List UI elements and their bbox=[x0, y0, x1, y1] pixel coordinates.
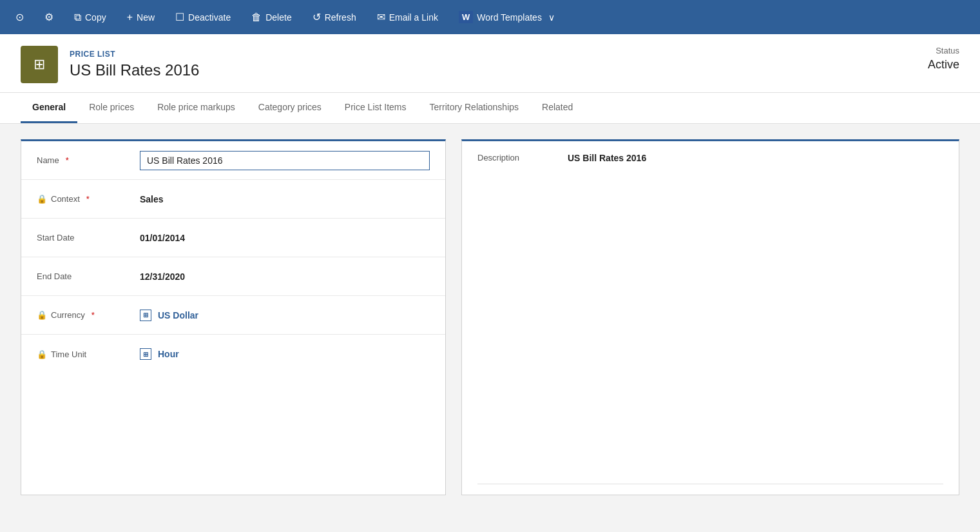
avatar: ⊞ bbox=[21, 46, 58, 83]
deactivate-label: Deactivate bbox=[188, 12, 231, 23]
tab-category-prices[interactable]: Category prices bbox=[247, 93, 333, 123]
context-row: 🔒 Context * Sales bbox=[21, 180, 445, 219]
copy-icon: ⧉ bbox=[74, 12, 81, 23]
description-value: US Bill Rates 2016 bbox=[568, 153, 943, 472]
time-unit-lock-icon: 🔒 bbox=[37, 350, 47, 359]
currency-value[interactable]: ⊞ US Dollar bbox=[140, 310, 430, 321]
tabs-bar: General Role prices Role price markups C… bbox=[0, 93, 980, 124]
tab-price-list-items[interactable]: Price List Items bbox=[333, 93, 418, 123]
status-label: Status bbox=[928, 46, 959, 55]
time-unit-field-label: 🔒 Time Unit bbox=[37, 350, 140, 359]
word-templates-button[interactable]: W Word Templates ∨ bbox=[448, 0, 565, 34]
copy-label: Copy bbox=[85, 12, 106, 23]
refresh-icon: ↺ bbox=[312, 11, 321, 23]
context-required: * bbox=[86, 194, 90, 204]
deactivate-button[interactable]: ☐ Deactivate bbox=[165, 0, 241, 34]
name-required: * bbox=[66, 155, 69, 165]
new-icon: + bbox=[127, 12, 133, 23]
currency-field-icon: ⊞ bbox=[140, 310, 151, 321]
word-templates-label: Word Templates bbox=[477, 12, 542, 23]
description-divider bbox=[477, 484, 943, 484]
toolbar: ⊙ ⚙ ⧉ Copy + New ☐ Deactivate 🗑 Delete ↺… bbox=[0, 0, 980, 34]
context-field-label: 🔒 Context * bbox=[37, 194, 140, 204]
currency-row: 🔒 Currency * ⊞ US Dollar bbox=[21, 296, 445, 335]
header-right: Status Active bbox=[928, 46, 959, 72]
tab-role-price-markups[interactable]: Role price markups bbox=[146, 93, 247, 123]
new-label: New bbox=[137, 12, 155, 23]
name-field-label: Name * bbox=[37, 155, 140, 165]
tab-related[interactable]: Related bbox=[530, 93, 584, 123]
name-input[interactable] bbox=[140, 151, 430, 170]
time-unit-value[interactable]: ⊞ Hour bbox=[140, 348, 430, 360]
delete-button[interactable]: 🗑 Delete bbox=[241, 0, 302, 34]
start-date-row: Start Date 01/01/2014 bbox=[21, 219, 445, 257]
currency-field-label: 🔒 Currency * bbox=[37, 310, 140, 320]
start-date-value: 01/01/2014 bbox=[140, 233, 430, 243]
refresh-button[interactable]: ↺ Refresh bbox=[302, 0, 367, 34]
nav-back-button[interactable]: ⊙ bbox=[5, 0, 34, 34]
currency-required: * bbox=[91, 310, 95, 320]
copy-button[interactable]: ⧉ Copy bbox=[64, 0, 117, 34]
header-info: PRICE LIST US Bill Rates 2016 bbox=[70, 50, 199, 79]
description-panel: Description US Bill Rates 2016 bbox=[461, 139, 959, 495]
name-row: Name * bbox=[21, 141, 445, 180]
currency-lock-icon: 🔒 bbox=[37, 310, 47, 320]
email-link-button[interactable]: ✉ Email a Link bbox=[367, 0, 448, 34]
content-area: Name * 🔒 Context * Sales Start Date 01/0… bbox=[0, 124, 980, 511]
nav-back-icon: ⊙ bbox=[15, 11, 24, 23]
end-date-field-label: End Date bbox=[37, 271, 140, 281]
header-area: ⊞ PRICE LIST US Bill Rates 2016 Status A… bbox=[0, 34, 980, 93]
tab-role-prices[interactable]: Role prices bbox=[77, 93, 146, 123]
time-unit-row: 🔒 Time Unit ⊞ Hour bbox=[21, 335, 445, 373]
header-left: ⊞ PRICE LIST US Bill Rates 2016 bbox=[21, 46, 199, 83]
deactivate-icon: ☐ bbox=[175, 11, 184, 23]
page-title: US Bill Rates 2016 bbox=[70, 61, 199, 79]
status-value: Active bbox=[928, 58, 959, 72]
word-templates-dropdown-icon: ∨ bbox=[548, 12, 555, 23]
gear-icon: ⚙ bbox=[44, 11, 53, 23]
refresh-label: Refresh bbox=[325, 12, 356, 23]
record-type-label: PRICE LIST bbox=[70, 50, 199, 59]
delete-label: Delete bbox=[265, 12, 291, 23]
end-date-value: 12/31/2020 bbox=[140, 271, 430, 282]
email-icon: ✉ bbox=[377, 11, 385, 23]
tab-general[interactable]: General bbox=[21, 93, 77, 123]
new-button[interactable]: + New bbox=[117, 0, 165, 34]
context-value: Sales bbox=[140, 194, 430, 204]
word-icon: W bbox=[459, 11, 473, 23]
description-label: Description bbox=[477, 153, 568, 472]
email-label: Email a Link bbox=[389, 12, 438, 23]
delete-icon: 🗑 bbox=[251, 12, 262, 23]
time-unit-field-icon: ⊞ bbox=[140, 348, 151, 360]
end-date-row: End Date 12/31/2020 bbox=[21, 257, 445, 296]
context-lock-icon: 🔒 bbox=[37, 194, 47, 204]
description-row: Description US Bill Rates 2016 bbox=[462, 141, 959, 484]
tab-territory-relationships[interactable]: Territory Relationships bbox=[418, 93, 531, 123]
form-panel: Name * 🔒 Context * Sales Start Date 01/0… bbox=[21, 139, 446, 495]
start-date-field-label: Start Date bbox=[37, 233, 140, 242]
avatar-icon: ⊞ bbox=[34, 56, 45, 73]
gear-button[interactable]: ⚙ bbox=[34, 0, 64, 34]
